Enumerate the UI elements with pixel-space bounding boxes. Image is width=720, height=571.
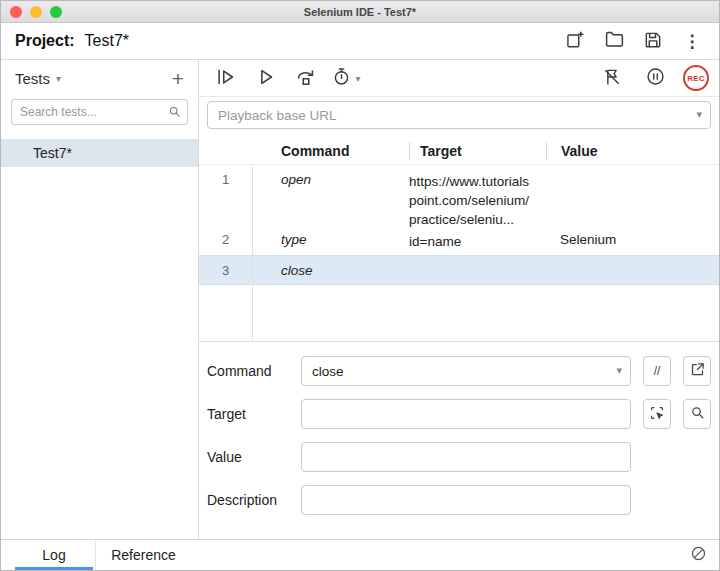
toolbar-left-group: ▾ xyxy=(211,64,361,92)
play-all-icon xyxy=(215,66,237,91)
tab-log[interactable]: Log xyxy=(13,540,95,570)
playback-toolbar: ▾ REC xyxy=(199,60,719,97)
column-header-target: Target xyxy=(409,142,546,160)
command-row[interactable]: 2 type id=name Selenium xyxy=(199,225,719,255)
step-over-button[interactable] xyxy=(291,64,321,92)
minimize-window-button[interactable] xyxy=(30,6,42,18)
add-test-button[interactable]: + xyxy=(172,68,184,89)
value-field-label: Value xyxy=(207,449,301,465)
description-form-row: Description xyxy=(207,485,719,515)
kebab-icon: ⋮ xyxy=(684,31,701,52)
test-search xyxy=(11,99,188,125)
chevron-down-icon[interactable]: ▾ xyxy=(616,364,622,377)
playback-url-input[interactable] xyxy=(207,101,711,129)
pause-on-exceptions-button[interactable] xyxy=(640,64,670,92)
description-input[interactable] xyxy=(301,485,631,515)
zoom-window-button[interactable] xyxy=(50,6,62,18)
pause-circle-icon xyxy=(645,66,666,90)
tests-dropdown[interactable]: Tests ▾ xyxy=(15,70,61,87)
project-name: Test7* xyxy=(85,32,129,50)
toggle-comment-button[interactable]: // xyxy=(643,356,671,386)
command-combobox: ▾ xyxy=(301,356,631,386)
close-window-button[interactable] xyxy=(10,6,22,18)
tests-dropdown-label: Tests xyxy=(15,70,50,87)
project-title: Project: Test7* xyxy=(15,32,129,50)
column-header-value: Value xyxy=(546,142,719,160)
row-value xyxy=(546,165,719,229)
toolbar-right-group: REC xyxy=(597,64,709,92)
row-number: 2 xyxy=(199,225,253,255)
value-field xyxy=(301,442,631,472)
traffic-lights xyxy=(10,6,62,18)
command-row[interactable]: 1 open https://www.tutorialspoint.com/se… xyxy=(199,165,719,225)
test-item-label: Test7* xyxy=(33,145,72,161)
find-target-button[interactable] xyxy=(683,399,711,429)
row-value xyxy=(546,256,719,284)
row-number-column-filler xyxy=(199,285,253,341)
row-number: 1 xyxy=(199,165,253,229)
new-project-button[interactable] xyxy=(560,28,590,54)
row-target xyxy=(409,256,546,284)
more-menu-button[interactable]: ⋮ xyxy=(677,28,707,54)
open-in-new-icon xyxy=(690,362,705,380)
command-table-header: Command Target Value xyxy=(199,137,719,165)
command-row-selected[interactable]: 3 close xyxy=(199,255,719,285)
select-target-icon xyxy=(649,405,665,424)
target-field xyxy=(301,399,631,429)
window-title: Selenium IDE - Test7* xyxy=(304,6,416,18)
row-command: type xyxy=(253,225,409,255)
run-current-test-button[interactable] xyxy=(251,64,281,92)
row-target: id=name xyxy=(409,225,546,255)
playback-url-row: ▾ xyxy=(199,97,719,133)
value-input[interactable] xyxy=(301,442,631,472)
main-panel: ▾ REC xyxy=(199,60,719,539)
search-tests-input[interactable] xyxy=(11,99,188,125)
new-project-icon xyxy=(565,30,585,53)
record-button[interactable]: REC xyxy=(683,65,709,91)
row-command: open xyxy=(253,165,409,229)
disable-breakpoints-button[interactable] xyxy=(597,64,627,92)
stopwatch-icon xyxy=(331,66,352,90)
value-form-row: Value xyxy=(207,442,719,472)
titlebar: Selenium IDE - Test7* xyxy=(1,1,719,23)
row-command: close xyxy=(253,256,409,284)
selenium-ide-window: Selenium IDE - Test7* Project: Test7* xyxy=(0,0,720,571)
footer-actions xyxy=(690,540,719,570)
target-field-label: Target xyxy=(207,406,301,422)
content: Tests ▾ + Test7* xyxy=(1,59,719,539)
tests-sidebar: Tests ▾ + Test7* xyxy=(1,60,199,539)
clear-log-icon[interactable] xyxy=(690,545,707,566)
test-speed-button[interactable]: ▾ xyxy=(331,64,361,92)
search-icon xyxy=(690,405,705,423)
run-all-tests-button[interactable] xyxy=(211,64,241,92)
save-icon xyxy=(643,30,663,53)
command-detail-form: Command ▾ // Target xyxy=(199,341,719,539)
step-over-icon xyxy=(295,66,317,91)
select-target-button[interactable] xyxy=(643,399,671,429)
active-tab-underline xyxy=(15,567,93,570)
description-field-label: Description xyxy=(207,492,301,508)
save-project-button[interactable] xyxy=(638,28,668,54)
open-project-button[interactable] xyxy=(599,28,629,54)
row-value: Selenium xyxy=(546,225,719,255)
disable-breakpoints-icon xyxy=(602,67,622,90)
tab-log-label: Log xyxy=(42,547,65,563)
command-field-label: Command xyxy=(207,363,301,379)
empty-rows-area xyxy=(253,285,719,341)
command-select-input[interactable] xyxy=(301,356,631,386)
row-number: 3 xyxy=(199,256,253,284)
chevron-down-icon[interactable]: ▾ xyxy=(696,108,702,121)
command-table-empty-area xyxy=(199,285,719,341)
command-form-row: Command ▾ // xyxy=(207,356,719,386)
tab-reference[interactable]: Reference xyxy=(95,540,191,570)
test-list-item[interactable]: Test7* xyxy=(1,139,198,167)
description-field xyxy=(301,485,631,515)
chevron-down-icon: ▾ xyxy=(56,73,61,84)
bottom-panel-tabs: Log Reference xyxy=(1,539,719,570)
project-header: Project: Test7* ⋮ xyxy=(1,23,719,59)
play-icon xyxy=(255,66,277,91)
open-reference-button[interactable] xyxy=(683,356,711,386)
search-icon xyxy=(168,105,181,118)
test-list: Test7* xyxy=(1,139,198,167)
target-input[interactable] xyxy=(301,399,631,429)
